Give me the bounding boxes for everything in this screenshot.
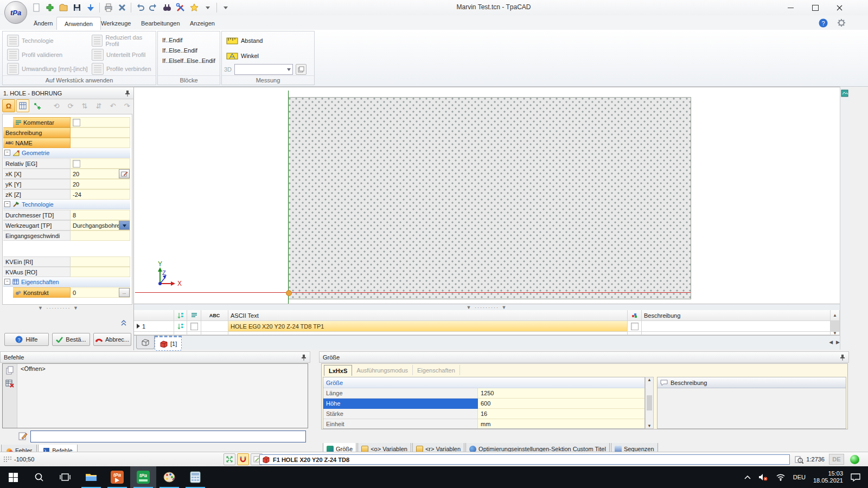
- property-werkzeugart[interactable]: Werkzeugart [TP]: [3, 220, 71, 230]
- search-button[interactable]: [26, 466, 52, 488]
- pin-icon[interactable]: [840, 354, 845, 361]
- tab-anzeigen[interactable]: Anzeigen: [182, 17, 222, 30]
- cancel-button[interactable]: Abbrec...: [93, 333, 131, 346]
- action-center-icon[interactable]: [851, 473, 860, 481]
- table-row[interactable]: Einheit mm: [323, 419, 644, 429]
- confirm-button[interactable]: Bestä...: [52, 333, 90, 346]
- star-dropdown-icon[interactable]: [202, 2, 214, 14]
- description-column-header[interactable]: Beschreibung: [642, 310, 831, 321]
- drawing-canvas[interactable]: Y X Z: [134, 87, 840, 304]
- add-icon[interactable]: [44, 2, 56, 14]
- help-icon[interactable]: ?: [817, 17, 829, 29]
- 3d-combobox[interactable]: [234, 64, 293, 75]
- unterteilt-profil-button[interactable]: Unterteilt Profil: [90, 48, 156, 62]
- ascii-text-column-header[interactable]: ASCII Text: [228, 310, 628, 321]
- 3d-pages-button[interactable]: [296, 64, 307, 75]
- tab-face-1[interactable]: [1]: [155, 336, 182, 351]
- pin-icon[interactable]: [301, 354, 307, 361]
- section-eigenschaften[interactable]: − Eigenschaften: [3, 277, 130, 287]
- tab-ausfuehrungsmodus[interactable]: Ausführungsmodus: [352, 365, 413, 375]
- favorites-star-icon[interactable]: [188, 2, 200, 14]
- redo-curve-icon[interactable]: ↷: [120, 99, 133, 112]
- tab-scroll-left-icon[interactable]: ◀: [829, 339, 833, 345]
- program-row[interactable]: 1 HOLE EG0 X20 Y20 Z-24 TD8 TP1: [134, 321, 840, 332]
- property-name[interactable]: ABC NAME: [3, 138, 71, 148]
- wifi-icon[interactable]: [776, 473, 786, 481]
- save-icon[interactable]: [71, 2, 83, 14]
- winkel-button[interactable]: Winkel: [224, 49, 261, 63]
- eingang-value[interactable]: [71, 230, 130, 241]
- redo-icon[interactable]: [148, 2, 159, 14]
- hoehe-value[interactable]: 600: [478, 399, 644, 409]
- active-command-box[interactable]: F1 HOLE X20 Y20 Z-24 TD8: [259, 454, 790, 465]
- move-down-icon[interactable]: ⇵: [92, 99, 105, 112]
- property-eingangsgeschwindigkeit[interactable]: Eingangsgeschwindi: [3, 230, 71, 241]
- property-beschreibung[interactable]: Beschreibung: [3, 127, 71, 138]
- clear-table-icon[interactable]: [5, 379, 14, 388]
- tab-scroll-right-icon[interactable]: ▶: [836, 339, 840, 345]
- tpacad-green-button[interactable]: tPa: [130, 466, 156, 488]
- tab-bearbeitungen[interactable]: Bearbeitungen: [133, 17, 188, 30]
- kommentar-checkbox[interactable]: [73, 119, 80, 126]
- undo-curve-icon[interactable]: ↶: [106, 99, 119, 112]
- tab-lxhxs[interactable]: LxHxS: [324, 365, 352, 376]
- list-icon[interactable]: [187, 310, 201, 321]
- table-row[interactable]: Stärke 16: [323, 409, 644, 419]
- property-kvaus[interactable]: KVAus [RO]: [3, 267, 71, 277]
- program-line-text[interactable]: HOLE EG0 X20 Y20 Z-24 TD8 TP1: [228, 321, 628, 332]
- file-explorer-button[interactable]: [78, 466, 104, 488]
- section-technologie[interactable]: − Technologie: [3, 200, 130, 209]
- if-elseif-else-endif-button[interactable]: If..Elself..Else..Endif: [162, 55, 215, 66]
- clock[interactable]: 15:03 18.05.2021: [813, 470, 843, 484]
- undo-icon[interactable]: [134, 2, 146, 14]
- property-relativ[interactable]: Relativ [EG]: [3, 158, 71, 169]
- delete-icon[interactable]: [116, 2, 128, 14]
- search-binoculars-icon[interactable]: [161, 2, 173, 14]
- settings-gear-icon[interactable]: [835, 17, 847, 29]
- property-durchmesser[interactable]: Durchmesser [TD]: [3, 210, 71, 220]
- tpacad-orange-button[interactable]: tPa: [104, 466, 130, 488]
- collapse-box-icon[interactable]: −: [4, 150, 10, 156]
- reduziert-profil-button[interactable]: Reduziert das Profil: [90, 34, 156, 48]
- name-value[interactable]: [71, 138, 130, 148]
- table-row-selected[interactable]: Höhe 600: [323, 399, 644, 409]
- collapse-box-icon[interactable]: −: [4, 279, 10, 285]
- yk-value[interactable]: 20: [71, 179, 130, 189]
- pages-icon[interactable]: [5, 366, 14, 375]
- if-else-endif-button[interactable]: If..Else..Endif: [162, 45, 215, 55]
- edit-pencil-icon[interactable]: [18, 432, 28, 441]
- abstand-button[interactable]: Abstand: [224, 34, 265, 48]
- tab-eigenschaften[interactable]: Eigenschaften: [413, 365, 460, 375]
- einheit-value[interactable]: mm: [478, 419, 644, 429]
- relativ-checkbox[interactable]: [73, 160, 80, 168]
- tab-overall-view[interactable]: [136, 336, 155, 349]
- grid-view-button[interactable]: [16, 99, 29, 112]
- maximize-button[interactable]: [803, 0, 827, 15]
- print-icon[interactable]: [103, 2, 114, 14]
- sort-icon[interactable]: [174, 310, 187, 321]
- scroll-up-icon[interactable]: ▲: [831, 310, 840, 321]
- language-badge[interactable]: DE: [829, 454, 844, 465]
- omega-parametric-button[interactable]: Ω: [2, 99, 15, 112]
- technologie-button[interactable]: Technologie: [5, 34, 90, 48]
- property-yk[interactable]: yK [Y]: [3, 179, 71, 189]
- keyboard-language[interactable]: DEU: [793, 474, 806, 480]
- workpiece-panel[interactable]: [288, 97, 691, 299]
- tools-icon[interactable]: [175, 2, 187, 14]
- kvaus-value[interactable]: [71, 267, 130, 277]
- property-kvein[interactable]: KVEin [RI]: [3, 256, 71, 267]
- toolbar-options-icon[interactable]: [220, 2, 232, 14]
- import-icon[interactable]: [85, 2, 97, 14]
- laenge-value[interactable]: 1250: [478, 388, 644, 399]
- new-document-icon[interactable]: [30, 2, 42, 14]
- description-checkbox[interactable]: [631, 323, 639, 330]
- minimize-button[interactable]: [778, 0, 803, 15]
- start-button[interactable]: [0, 466, 26, 488]
- tab-aendern[interactable]: Ändern: [26, 17, 60, 30]
- description-cell[interactable]: [642, 321, 831, 332]
- werkzeugart-value[interactable]: Durchgangsbohrer: [71, 220, 130, 230]
- open-folder-icon[interactable]: [58, 2, 69, 14]
- reload-up-icon[interactable]: ⟲: [50, 99, 63, 112]
- paint-button[interactable]: [156, 466, 182, 488]
- beschreibung-value[interactable]: [71, 127, 130, 138]
